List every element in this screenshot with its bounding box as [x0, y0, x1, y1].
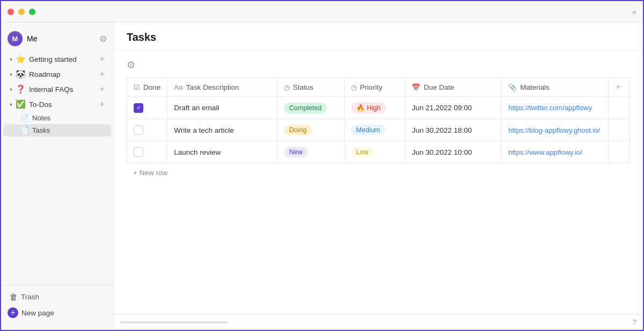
priority-badge[interactable]: Low: [351, 147, 374, 157]
due-col-icon: 📅: [412, 83, 420, 91]
col-header-add[interactable]: +: [609, 78, 630, 97]
new-page-label: New page: [21, 309, 54, 317]
priority-cell[interactable]: 🔥High: [344, 97, 405, 119]
trash-item[interactable]: 🗑 Trash: [3, 290, 111, 304]
priority-cell[interactable]: Low: [344, 141, 405, 163]
app-body: M Me ⚙ ▾ ⭐ Getting started + ▾ 🐼 Roadmap…: [1, 23, 643, 330]
sidebar-item-label: Getting started: [29, 55, 97, 63]
priority-badge[interactable]: 🔥High: [351, 102, 386, 113]
trash-icon: 🗑: [10, 292, 18, 301]
col-due-label: Due Date: [423, 83, 454, 91]
col-materials-label: Materials: [520, 83, 550, 91]
sidebar-item-faqs[interactable]: ▾ ❓ Internal FAQs +: [3, 82, 111, 97]
col-header-priority: ◷ Priority: [344, 78, 405, 97]
materials-link[interactable]: https://twitter.com/appflowy: [508, 104, 592, 112]
task-cell: Write a tech article: [167, 119, 277, 141]
settings-icon[interactable]: ⚙: [127, 59, 630, 71]
col-header-materials: 📎 Materials: [502, 78, 609, 97]
status-badge[interactable]: Completed: [284, 103, 327, 113]
task-table: ☑ Done Aα Task Description: [127, 77, 630, 163]
sidebar-item-roadmap[interactable]: ▾ 🐼 Roadmap +: [3, 67, 111, 82]
materials-link[interactable]: https://www.appflowy.io/: [508, 148, 582, 156]
status-cell[interactable]: New: [277, 141, 344, 163]
col-status-label: Status: [293, 83, 313, 91]
materials-col-icon: 📎: [508, 83, 517, 91]
checkbox-unchecked[interactable]: [134, 125, 143, 135]
document-icon: 📄: [20, 126, 29, 134]
done-cell[interactable]: [127, 141, 167, 163]
status-col-icon: ◷: [284, 83, 290, 91]
close-button[interactable]: [8, 9, 14, 15]
checkbox-unchecked[interactable]: [134, 147, 143, 157]
status-cell[interactable]: Completed: [277, 97, 344, 119]
scrollbar[interactable]: [120, 321, 228, 323]
gear-icon[interactable]: ⚙: [99, 34, 107, 44]
table-row: Write a tech articleDoingMediumJun 30,20…: [127, 119, 630, 141]
materials-link[interactable]: https://blog-appflowy.ghost.io/: [508, 126, 600, 134]
col-task-label: Task Description: [186, 83, 239, 91]
sidebar-item-tasks[interactable]: 📄 Tasks: [3, 124, 111, 136]
done-cell[interactable]: [127, 119, 167, 141]
priority-cell[interactable]: Medium: [344, 119, 405, 141]
task-cell: Launch review: [167, 141, 277, 163]
col-done-label: Done: [143, 83, 160, 91]
empty-cell: [609, 97, 630, 119]
star-icon: ⭐: [16, 54, 26, 64]
sidebar-sub-item-label: Tasks: [32, 126, 50, 134]
status-badge[interactable]: Doing: [284, 125, 312, 135]
checkbox-checked[interactable]: ✓: [134, 103, 143, 113]
sidebar-item-getting-started[interactable]: ▾ ⭐ Getting started +: [3, 52, 111, 67]
materials-cell[interactable]: https://twitter.com/appflowy: [502, 97, 609, 119]
maximize-button[interactable]: [29, 9, 35, 15]
new-row-label: + New row: [133, 169, 167, 177]
due-date-cell: Jun 30,2022 18:00: [405, 119, 502, 141]
empty-cell: [609, 141, 630, 163]
arrow-icon: ▾: [10, 56, 12, 62]
materials-cell[interactable]: https://www.appflowy.io/: [502, 141, 609, 163]
add-icon[interactable]: +: [100, 69, 105, 79]
task-cell: Draft an email: [167, 97, 277, 119]
panda-icon: 🐼: [16, 69, 26, 79]
task-col-icon: Aα: [174, 83, 182, 91]
question-icon: ❓: [16, 84, 26, 94]
plus-circle-icon: +: [8, 307, 18, 318]
col-header-status: ◷ Status: [277, 78, 344, 97]
document-icon: 📄: [20, 114, 29, 122]
table-row: Launch reviewNewLowJun 30,2022 10:00http…: [127, 141, 630, 163]
avatar: M: [8, 31, 23, 46]
priority-badge[interactable]: Medium: [351, 125, 385, 135]
user-name: Me: [27, 34, 95, 43]
table-header-row: ☑ Done Aα Task Description: [127, 78, 630, 97]
main-content: Tasks ⚙ ☑ Done Aα: [114, 23, 643, 330]
minimize-button[interactable]: [18, 9, 25, 15]
status-badge[interactable]: New: [284, 147, 308, 157]
arrow-icon: ▾: [10, 102, 12, 107]
sidebar-bottom: 🗑 Trash + New page: [1, 285, 113, 326]
sidebar-item-notes[interactable]: 📄 Notes: [3, 112, 111, 124]
add-icon[interactable]: +: [100, 84, 105, 94]
collapse-sidebar-button[interactable]: «: [632, 8, 636, 16]
new-page-button[interactable]: + New page: [1, 304, 113, 321]
add-column-button[interactable]: +: [616, 82, 623, 92]
user-section: M Me ⚙: [1, 27, 113, 51]
add-icon[interactable]: +: [100, 99, 105, 109]
arrow-icon: ▾: [10, 71, 12, 77]
due-date-cell: Jun 21,2022 09:00: [405, 97, 502, 119]
col-header-due: 📅 Due Date: [405, 78, 502, 97]
sidebar-item-label: Internal FAQs: [29, 85, 97, 93]
status-cell[interactable]: Doing: [277, 119, 344, 141]
col-header-task: Aα Task Description: [167, 78, 277, 97]
arrow-icon: ▾: [10, 87, 12, 92]
help-button[interactable]: ?: [633, 318, 636, 326]
add-icon[interactable]: +: [100, 54, 105, 64]
sidebar-item-todos[interactable]: ▾ ✅ To-Dos +: [3, 97, 111, 112]
table-row: ✓Draft an emailCompleted🔥HighJun 21,2022…: [127, 97, 630, 119]
priority-col-icon: ◷: [351, 83, 357, 91]
done-cell[interactable]: ✓: [127, 97, 167, 119]
title-bar: «: [1, 1, 643, 23]
new-row-button[interactable]: + New row: [127, 163, 630, 182]
main-footer: ?: [114, 314, 643, 330]
col-priority-label: Priority: [360, 83, 383, 91]
materials-cell[interactable]: https://blog-appflowy.ghost.io/: [502, 119, 609, 141]
due-date-cell: Jun 30,2022 10:00: [405, 141, 502, 163]
